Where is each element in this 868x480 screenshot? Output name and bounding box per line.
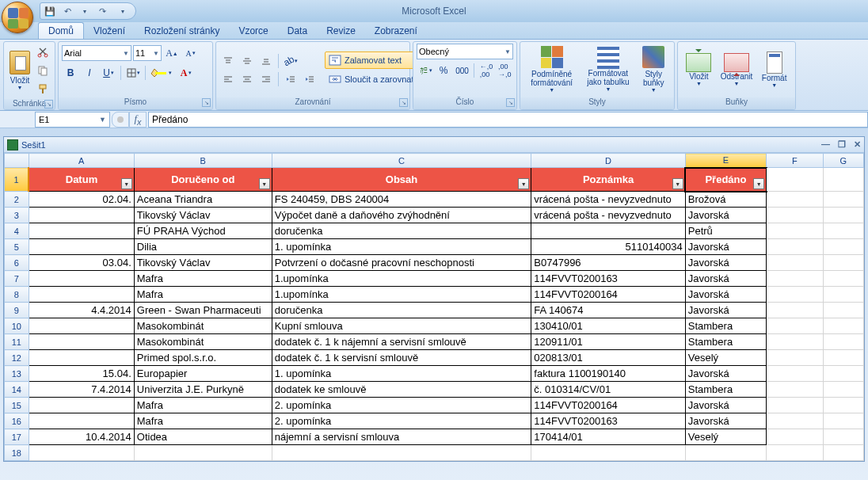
cell-G16[interactable] [823,413,863,429]
row-header-13[interactable]: 13 [5,366,29,382]
cancel-formula-button[interactable] [112,112,129,128]
format-painter-button[interactable] [34,80,51,97]
fx-button[interactable]: fx [129,112,147,128]
comma-button[interactable]: 000 [454,62,470,79]
cell-G8[interactable] [823,287,863,303]
row-header-16[interactable]: 16 [5,413,29,429]
align-right-button[interactable] [257,70,275,88]
cell-F6[interactable] [767,255,824,271]
cell-B7[interactable]: Mafra [134,271,272,287]
row-header-14[interactable]: 14 [5,382,29,398]
cell-E11[interactable]: Stambera [685,334,766,350]
cell-D9[interactable]: FA 140674 [531,303,685,318]
cell-B9[interactable]: Green - Swan Pharmaceuti [134,303,272,318]
qat-customize-icon[interactable]: ▾ [116,5,129,17]
cell-D7[interactable]: 114FVVT0200163 [531,271,685,287]
cell-A11[interactable] [29,334,134,350]
cell-D17[interactable]: 170414/01 [531,429,685,445]
cell-A16[interactable] [29,413,134,429]
cell-B4[interactable]: FÚ PRAHA Východ [134,223,272,239]
redo-icon[interactable]: ↷ [96,5,108,17]
cell-D18[interactable] [531,445,685,461]
cell-G14[interactable] [823,382,863,398]
cell-A8[interactable] [29,287,134,303]
cell-D13[interactable]: faktura 1100190140 [531,366,685,382]
cell-A13[interactable]: 15.04. [29,366,134,382]
cell-C12[interactable]: dodatek č. 1 k servisní smlouvě [272,350,531,366]
decrease-decimal-button[interactable]: ,00→,0 [497,62,513,79]
row-header-4[interactable]: 4 [5,223,29,239]
cell-D5[interactable]: 5110140034 [531,239,685,255]
font-color-button[interactable]: A▾ [174,64,198,82]
name-box[interactable]: E1▼ [35,112,110,128]
cell-F7[interactable] [767,271,824,287]
cell-F11[interactable] [767,334,824,350]
cell-E2[interactable]: Brožová [685,192,766,208]
cell-A15[interactable] [29,398,134,413]
number-launcher[interactable]: ↘ [506,98,515,107]
increase-decimal-button[interactable]: ←,0,00 [478,62,494,79]
cell-A9[interactable]: 4.4.2014 [29,303,134,318]
accounting-button[interactable]: ㌍▾ [417,62,433,79]
cell-G17[interactable] [823,429,863,445]
italic-button[interactable]: I [81,64,98,82]
cell-C14[interactable]: dodatek ke smlouvě [272,382,531,398]
col-header-F[interactable]: F [767,154,824,168]
cell-G13[interactable] [823,366,863,382]
filter-dropdown-E[interactable]: ▼ [753,178,764,189]
cell-G5[interactable] [823,239,863,255]
orientation-button[interactable]: ab▾ [282,52,299,70]
cell-F8[interactable] [767,287,824,303]
cell-G9[interactable] [823,303,863,318]
cell-A18[interactable] [29,445,134,461]
bold-button[interactable]: B [62,64,79,82]
cell-G12[interactable] [823,350,863,366]
cell-D10[interactable]: 130410/01 [531,318,685,334]
tab-revize[interactable]: Revize [317,23,365,39]
cell-B11[interactable]: Masokombinát [134,334,272,350]
cell-G1[interactable] [823,168,863,192]
cell-E8[interactable]: Javorská [685,287,766,303]
cell-E5[interactable]: Javorská [685,239,766,255]
cell-A17[interactable]: 10.4.2014 [29,429,134,445]
cell-F18[interactable] [767,445,824,461]
row-header-6[interactable]: 6 [5,255,29,271]
cut-button[interactable] [34,44,51,61]
row-header-11[interactable]: 11 [5,334,29,350]
cell-D14[interactable]: č. 010314/CV/01 [531,382,685,398]
align-center-button[interactable] [238,70,256,88]
cell-E6[interactable]: Javorská [685,255,766,271]
cell-G3[interactable] [823,208,863,223]
office-button[interactable] [2,2,33,33]
row-header-1[interactable]: 1 [5,168,29,192]
percent-button[interactable]: % [435,62,451,79]
shrink-font-button[interactable]: A▼ [182,44,200,62]
cell-D4[interactable] [531,223,685,239]
select-all-corner[interactable] [5,154,29,168]
cell-D6[interactable]: B0747996 [531,255,685,271]
cell-A4[interactable] [29,223,134,239]
cell-B6[interactable]: Tikovský Václav [134,255,272,271]
cell-B15[interactable]: Mafra [134,398,272,413]
tab-rozložení stránky[interactable]: Rozložení stránky [135,23,229,39]
cell-D11[interactable]: 120911/01 [531,334,685,350]
row-header-10[interactable]: 10 [5,318,29,334]
filter-dropdown-D[interactable]: ▼ [672,178,683,189]
cell-C9[interactable]: doručenka [272,303,531,318]
row-header-17[interactable]: 17 [5,429,29,445]
cell-F10[interactable] [767,318,824,334]
cell-E9[interactable]: Javorská [685,303,766,318]
row-header-15[interactable]: 15 [5,398,29,413]
cell-A3[interactable] [29,208,134,223]
header-cell-E[interactable]: Předáno▼ [685,168,766,192]
cell-B18[interactable] [134,445,272,461]
cell-C2[interactable]: FS 240459, DBS 240004 [272,192,531,208]
cell-C11[interactable]: dodatek č. 1 k nájemní a servisní smlouv… [272,334,531,350]
col-header-A[interactable]: A [29,154,134,168]
cell-D3[interactable]: vrácená pošta - nevyzvednuto [531,208,685,223]
cell-A12[interactable] [29,350,134,366]
font-name-input[interactable] [64,47,123,59]
cell-F12[interactable] [767,350,824,366]
cell-E17[interactable]: Veselý [685,429,766,445]
cell-A14[interactable]: 7.4.2014 [29,382,134,398]
